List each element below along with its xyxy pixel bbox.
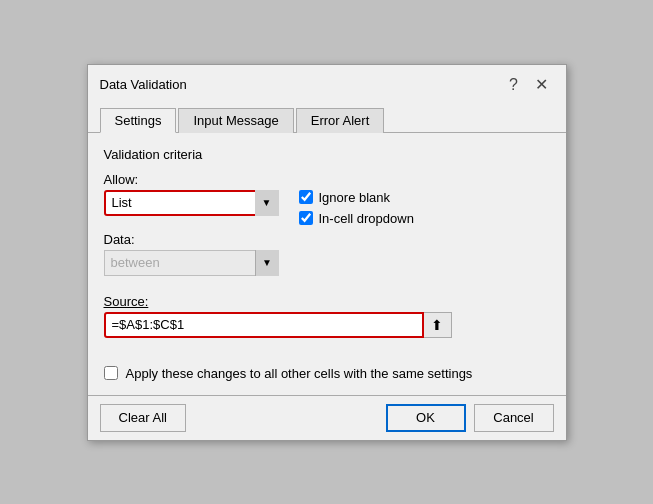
right-column: Ignore blank In-cell dropdown	[299, 172, 414, 226]
footer-right: OK Cancel	[386, 404, 554, 432]
source-row: Source: ⬆	[104, 294, 550, 338]
tab-input-message[interactable]: Input Message	[178, 108, 293, 133]
tab-error-alert[interactable]: Error Alert	[296, 108, 385, 133]
in-cell-dropdown-label: In-cell dropdown	[319, 211, 414, 226]
dialog-content: Validation criteria Allow: List ▼ Data:	[88, 133, 566, 395]
ignore-blank-row: Ignore blank	[299, 190, 414, 205]
apply-changes-label: Apply these changes to all other cells w…	[126, 366, 473, 381]
criteria-row: Allow: List ▼ Data: between	[104, 172, 550, 284]
data-select-wrap: between ▼	[104, 250, 279, 276]
footer-left: Clear All	[100, 404, 186, 432]
allow-select[interactable]: List	[104, 190, 279, 216]
in-cell-dropdown-checkbox[interactable]	[299, 211, 313, 225]
close-button[interactable]: ✕	[530, 73, 554, 97]
apply-row: Apply these changes to all other cells w…	[104, 366, 550, 381]
apply-changes-checkbox[interactable]	[104, 366, 118, 380]
title-bar-buttons: ? ✕	[502, 73, 554, 97]
allow-select-wrap: List ▼	[104, 190, 279, 216]
source-input-wrap: ⬆	[104, 312, 550, 338]
allow-row: Allow: List ▼	[104, 172, 279, 216]
title-bar: Data Validation ? ✕	[88, 65, 566, 97]
clear-all-button[interactable]: Clear All	[100, 404, 186, 432]
data-row: Data: between ▼	[104, 232, 279, 276]
left-column: Allow: List ▼ Data: between	[104, 172, 279, 284]
tab-settings[interactable]: Settings	[100, 108, 177, 133]
data-label: Data:	[104, 232, 279, 247]
source-input[interactable]	[104, 312, 424, 338]
source-label: Source:	[104, 294, 550, 309]
source-expand-icon: ⬆	[431, 317, 443, 333]
source-expand-button[interactable]: ⬆	[424, 312, 452, 338]
data-select[interactable]: between	[104, 250, 279, 276]
tabs-bar: Settings Input Message Error Alert	[88, 101, 566, 133]
cancel-button[interactable]: Cancel	[474, 404, 554, 432]
dialog-footer: Clear All OK Cancel	[88, 395, 566, 440]
ignore-blank-label: Ignore blank	[319, 190, 391, 205]
data-validation-dialog: Data Validation ? ✕ Settings Input Messa…	[87, 64, 567, 441]
ignore-blank-checkbox[interactable]	[299, 190, 313, 204]
dialog-title: Data Validation	[100, 77, 187, 92]
help-button[interactable]: ?	[502, 73, 526, 97]
ok-button[interactable]: OK	[386, 404, 466, 432]
in-cell-dropdown-row: In-cell dropdown	[299, 211, 414, 226]
section-title: Validation criteria	[104, 147, 550, 162]
allow-label: Allow:	[104, 172, 279, 187]
